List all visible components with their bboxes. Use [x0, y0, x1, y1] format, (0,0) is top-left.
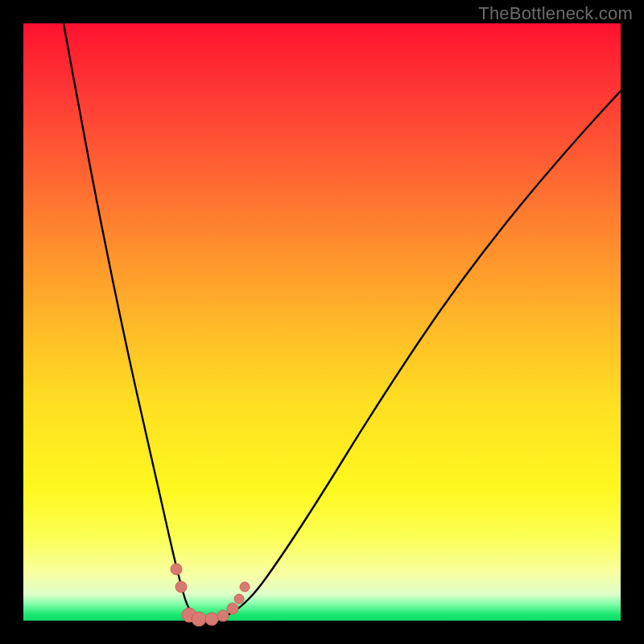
chart-svg — [23, 23, 621, 621]
marker-dot — [240, 582, 250, 592]
marker-dot — [217, 610, 229, 621]
left-curve — [64, 23, 204, 619]
watermark-text: TheBottleneck.com — [478, 3, 633, 24]
marker-dot — [175, 581, 187, 592]
right-curve — [217, 91, 621, 619]
marker-dot — [227, 603, 238, 614]
marker-dot — [234, 594, 244, 604]
marker-dot — [205, 613, 218, 625]
marker-dot — [171, 564, 182, 575]
marker-dot — [192, 612, 206, 626]
markers-group — [171, 564, 250, 626]
